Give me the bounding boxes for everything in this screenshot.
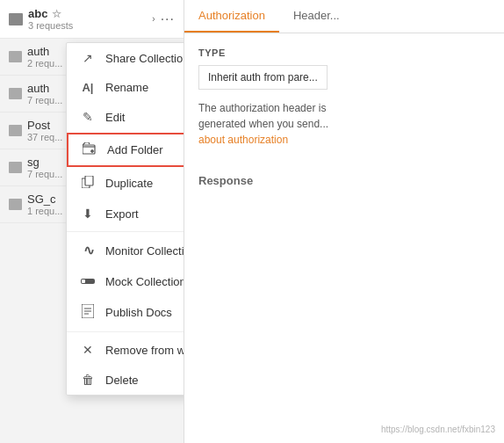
- delete-icon: 🗑: [81, 373, 95, 387]
- tab-bar: Authorization Header...: [184, 0, 504, 33]
- menu-label-publish: Publish Docs: [105, 306, 172, 319]
- watermark: https://blog.csdn.net/fxbin123: [381, 425, 495, 434]
- add-folder-icon: [83, 142, 97, 157]
- tab-authorization[interactable]: Authorization: [184, 0, 279, 33]
- menu-item-add-folder[interactable]: Add Folder: [67, 133, 184, 167]
- edit-icon: ✎: [81, 110, 95, 124]
- menu-item-edit[interactable]: ✎ Edit: [67, 102, 184, 132]
- tab-headers[interactable]: Header...: [279, 0, 354, 33]
- folder-icon: [9, 162, 22, 173]
- star-icon[interactable]: ☆: [52, 8, 61, 20]
- rename-icon: A|: [81, 81, 95, 94]
- folder-icon: [9, 13, 23, 25]
- menu-item-share[interactable]: ↗ Share Collection: [67, 43, 184, 73]
- folder-icon: [9, 88, 22, 99]
- menu-item-monitor[interactable]: ∿ Monitor Collection: [67, 235, 184, 266]
- context-menu: ↗ Share Collection A| Rename Ctrl+E ✎ Ed…: [66, 42, 184, 396]
- folder-icon: [9, 199, 22, 210]
- share-icon: ↗: [81, 51, 95, 65]
- menu-label-remove: Remove from workspace: [105, 344, 184, 357]
- menu-item-remove[interactable]: ✕ Remove from workspace: [67, 335, 184, 365]
- svg-rect-4: [85, 176, 93, 185]
- folder-icon: [9, 125, 22, 136]
- response-section-label: Response: [198, 174, 490, 187]
- menu-label-edit: Edit: [105, 111, 125, 124]
- menu-label-add-folder: Add Folder: [107, 143, 163, 156]
- menu-label-duplicate: Duplicate: [105, 177, 153, 190]
- publish-icon: [81, 304, 95, 321]
- collection-name: abc ☆: [28, 7, 147, 20]
- menu-label-rename: Rename: [105, 81, 148, 94]
- collection-info: abc ☆ 3 requests: [28, 7, 147, 31]
- menu-label-mock: Mock Collection: [105, 275, 184, 288]
- menu-item-mock[interactable]: Mock Collection: [67, 266, 184, 296]
- mock-icon: [81, 274, 95, 288]
- inherit-auth-dropdown[interactable]: Inherit auth from pare...: [198, 65, 328, 90]
- remove-icon: ✕: [81, 343, 95, 357]
- menu-label-share: Share Collection: [105, 52, 184, 65]
- menu-item-publish[interactable]: Publish Docs: [67, 296, 184, 329]
- svg-rect-6: [82, 280, 85, 283]
- menu-label-export: Export: [105, 207, 139, 221]
- menu-label-delete: Delete: [105, 374, 139, 387]
- monitor-icon: ∿: [81, 243, 95, 258]
- type-label: TYPE: [198, 47, 490, 58]
- menu-divider-2: [67, 331, 184, 332]
- panel-content: TYPE Inherit auth from pare... The autho…: [184, 33, 504, 443]
- sidebar-collection-abc[interactable]: abc ☆ 3 requests › ···: [0, 0, 184, 39]
- menu-label-monitor: Monitor Collection: [105, 244, 184, 258]
- export-icon: ⬇: [81, 207, 95, 221]
- menu-item-delete[interactable]: 🗑 Delete Del: [67, 365, 184, 395]
- sidebar: abc ☆ 3 requests › ··· auth 2 requ... au…: [0, 0, 184, 443]
- right-panel: Authorization Header... TYPE Inherit aut…: [184, 0, 504, 443]
- duplicate-icon: [81, 176, 95, 191]
- auth-learn-more-link[interactable]: about authorization: [198, 134, 288, 146]
- menu-item-export[interactable]: ⬇ Export: [67, 199, 184, 229]
- auth-description: The authorization header isgenerated whe…: [198, 100, 490, 148]
- folder-icon: [9, 51, 22, 62]
- menu-divider: [67, 231, 184, 232]
- expand-icon[interactable]: ›: [152, 14, 155, 24]
- more-options-icon[interactable]: ···: [161, 11, 175, 27]
- menu-item-duplicate[interactable]: Duplicate Ctrl+D: [67, 168, 184, 199]
- collection-count: 3 requests: [28, 20, 147, 31]
- menu-item-rename[interactable]: A| Rename Ctrl+E: [67, 73, 184, 102]
